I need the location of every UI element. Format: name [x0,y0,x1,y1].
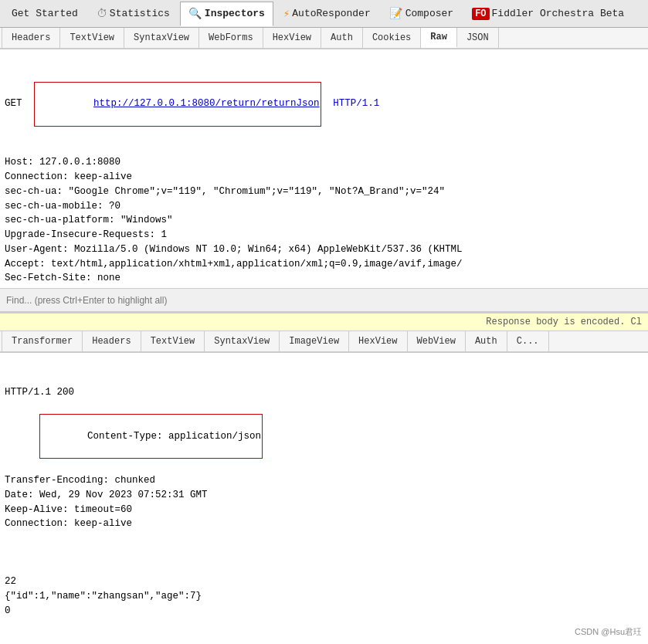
resp-tab-transformer[interactable]: Transformer [2,331,83,351]
resp-tab-textview[interactable]: TextView [141,331,205,351]
req-tab-cookies[interactable]: Cookies [363,28,421,48]
fo-badge: FO [472,8,489,20]
response-content: HTTP/1.1 200 Content-Type: application/j… [0,353,648,644]
req-tab-auth[interactable]: Auth [321,28,363,48]
find-bar [0,288,648,311]
watermark: CSDN @Hsu君玨 [575,626,642,638]
tab-composer[interactable]: 📝 Composer [381,2,462,26]
response-sub-tabs: Transformer Headers TextView SyntaxView … [0,331,648,353]
req-tab-headers[interactable]: Headers [2,28,60,48]
fiddler-orchestra-label: Fiddler Orchestra Beta [492,8,625,19]
tab-inspectors[interactable]: 🔍 Inspectors [180,2,273,26]
resp-tab-auth[interactable]: Auth [466,331,507,351]
request-pane: Headers TextView SyntaxView WebForms Hex… [0,28,648,314]
composer-icon: 📝 [389,7,402,20]
req-tab-hexview[interactable]: HexView [263,28,321,48]
autoresponder-label: AutoResponder [292,8,370,19]
resp-tab-syntaxview[interactable]: SyntaxView [205,331,280,351]
request-protocol: HTTP/1.1 [333,97,379,111]
request-method: GET [5,97,22,111]
request-headers: Host: 127.0.0.1:8080 Connection: keep-al… [5,155,643,288]
req-tab-json[interactable]: JSON [457,28,499,48]
resp-tab-webview[interactable]: WebView [408,331,466,351]
response-other-headers: Transfer-Encoding: chunked Date: Wed, 29… [5,473,643,531]
response-notice: Response body is encoded. Cl [0,314,648,331]
response-status-line: HTTP/1.1 200 [5,385,643,400]
req-tab-raw[interactable]: Raw [421,28,457,48]
resp-tab-hexview[interactable]: HexView [349,331,407,351]
req-tab-syntaxview[interactable]: SyntaxView [124,28,199,48]
resp-tab-headers[interactable]: Headers [83,331,141,351]
statistics-icon: ⏱ [97,8,107,20]
req-tab-textview[interactable]: TextView [60,28,124,48]
tab-get-started[interactable]: Get Started [3,2,87,26]
get-started-label: Get Started [12,8,78,19]
req-tab-webforms[interactable]: WebForms [199,28,263,48]
statistics-label: Statistics [110,8,170,19]
composer-label: Composer [405,8,453,19]
top-tab-bar: Get Started ⏱ Statistics 🔍 Inspectors ⚡ … [0,0,648,28]
inspectors-label: Inspectors [205,8,265,19]
response-content-type: Content-Type: application/json [87,431,261,442]
tab-autoresponder[interactable]: ⚡ AutoResponder [275,2,379,26]
resp-tab-caching[interactable]: C... [507,331,549,351]
tab-fiddler-orchestra[interactable]: FO Fiddler Orchestra Beta [463,2,633,26]
inspectors-icon: 🔍 [188,7,202,20]
response-pane: Response body is encoded. Cl Transformer… [0,314,648,644]
find-input[interactable] [6,295,642,306]
autoresponder-icon: ⚡ [283,7,290,20]
resp-tab-imageview[interactable]: ImageView [280,331,349,351]
request-sub-tabs: Headers TextView SyntaxView WebForms Hex… [0,28,648,49]
tab-statistics[interactable]: ⏱ Statistics [88,2,178,26]
response-body: 22 {"id":1,"name":"zhangsan","age":7} 0 [5,561,643,619]
request-url[interactable]: http://127.0.0.1:8080/return/returnJson [93,98,320,109]
main-container: Headers TextView SyntaxView WebForms Hex… [0,28,648,644]
request-content: GET http://127.0.0.1:8080/return/returnJ… [0,49,648,288]
request-first-line: GET http://127.0.0.1:8080/return/returnJ… [5,82,643,127]
